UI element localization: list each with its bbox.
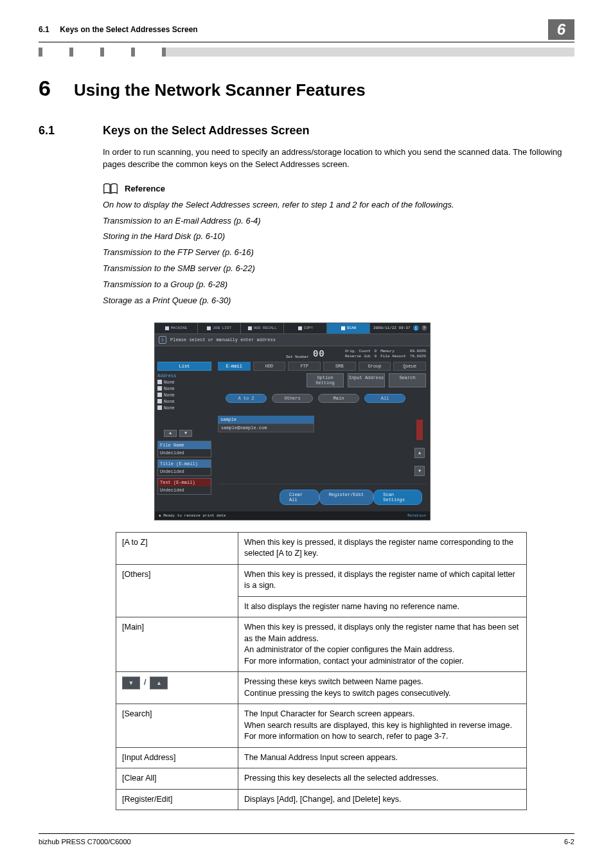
filter-others[interactable]: Others	[272, 394, 313, 403]
footer-left: bizhub PRESS C7000/C6000	[39, 838, 131, 846]
side-down-icon[interactable]: ▼	[179, 430, 192, 437]
help-icon[interactable]: ?	[422, 325, 427, 331]
header-section-num: 6.1	[39, 25, 49, 34]
prompt-bar: i Please select or manually enter addres…	[155, 333, 430, 346]
key-cell: [Register/Edit]	[116, 789, 238, 810]
prompt-text: Please select or manually enter address	[170, 337, 276, 342]
ui-screenshot: MACHINE JOB LIST HDD RECALL COPY SCAN 20…	[154, 323, 574, 520]
list-button[interactable]: List	[157, 362, 211, 371]
memory-label: Memory	[380, 349, 406, 354]
desc-cell: The Input Character for Search screen ap…	[238, 704, 527, 748]
tab-copy[interactable]: COPY	[284, 323, 327, 333]
tab-machine[interactable]: MACHINE	[155, 323, 198, 333]
key-cell: [Input Address]	[116, 747, 238, 768]
datetime-area: 2009/11/22 09:37 i ?	[370, 323, 430, 333]
status-bar: ▲ Ready to receive print data Rotation	[155, 511, 430, 520]
reserve-job-label: Reserve Job	[345, 354, 371, 359]
side-pager: ▲ ▼	[164, 430, 211, 437]
scroll-handle[interactable]	[416, 420, 423, 440]
header-section-title: Keys on the Select Addresses Screen	[60, 25, 197, 34]
reference-item: Transmission to the FTP Server (p. 6-16)	[103, 247, 574, 259]
page-footer: bizhub PRESS C7000/C6000 6-2	[39, 833, 574, 846]
bottom-row: Clear All Register/Edit Scan Settings	[218, 484, 426, 509]
desc-cell: When this key is pressed, it displays on…	[238, 617, 527, 672]
memory-value: 99.003%	[410, 349, 426, 354]
reference-item: Storing in the Hard Disk (p. 6-10)	[103, 231, 574, 243]
dest-tab-group[interactable]: Group	[359, 362, 391, 371]
key-cell: [Main]	[116, 617, 238, 672]
input-address-button[interactable]: Input Address	[348, 373, 385, 387]
clear-all-button[interactable]: Clear All	[280, 490, 319, 505]
info-icon[interactable]: i	[413, 325, 419, 331]
dest-tab-ftp[interactable]: FTP	[288, 362, 321, 371]
address-label: Address	[157, 373, 211, 378]
file-name-field[interactable]: File NameUndecided	[157, 441, 211, 457]
table-row: [Input Address]The Manual Address Input …	[116, 747, 527, 768]
decor-bar	[39, 48, 574, 57]
top-tabs: MACHINE JOB LIST HDD RECALL COPY SCAN 20…	[155, 323, 430, 333]
page-header: 6.1 Keys on the Select Addresses Screen …	[39, 19, 574, 42]
page-down-icon[interactable]: ▼	[122, 677, 140, 689]
reference-item: Storage as a Print Queue (p. 6-30)	[103, 295, 574, 307]
dest-tab-hdd[interactable]: HDD	[253, 362, 286, 371]
key-cell: [Search]	[116, 704, 238, 748]
scroll-down-icon[interactable]: ▼	[414, 466, 425, 476]
reference-heading: Reference	[125, 184, 165, 193]
chapter-number: 6	[39, 76, 51, 101]
desc-cell: Displays [Add], [Change], and [Delete] k…	[238, 789, 527, 810]
address-slot: None	[157, 399, 211, 404]
section-title: Keys on the Select Addresses Screen	[103, 124, 309, 137]
book-icon	[103, 182, 118, 195]
address-slot: None	[157, 380, 211, 385]
page-up-icon[interactable]: ▲	[150, 677, 168, 689]
intro-paragraph: In order to run scanning, you need to sp…	[103, 146, 574, 171]
reference-list: On how to display the Select Addresses s…	[103, 199, 574, 307]
reference-item: Transmission to the SMB server (p. 6-22)	[103, 263, 574, 275]
register-edit-button[interactable]: Register/Edit	[319, 490, 374, 505]
filter-all[interactable]: All	[364, 394, 405, 403]
dest-tab-smb[interactable]: SMB	[323, 362, 356, 371]
header-left: 6.1 Keys on the Select Addresses Screen	[39, 25, 198, 34]
reference-item: Transmission to a Group (p. 6-28)	[103, 279, 574, 291]
side-panel: List Address None None None None None ▲ …	[155, 362, 214, 511]
section-number: 6.1	[39, 124, 80, 137]
section-heading: 6.1 Keys on the Select Addresses Screen	[39, 124, 574, 137]
text-field[interactable]: Text (E-mail)Undecided	[157, 478, 211, 495]
key-cell: [Clear All]	[116, 768, 238, 790]
reference-block: Reference On how to display the Select A…	[103, 182, 574, 307]
address-slot: None	[157, 386, 211, 391]
desc-cell: When this key is pressed, it displays th…	[238, 532, 527, 564]
chapter-tab: 6	[548, 19, 574, 40]
tab-hddrecall[interactable]: HDD RECALL	[241, 323, 284, 333]
table-row: [Register/Edit]Displays [Add], [Change],…	[116, 789, 527, 810]
dest-tab-queue[interactable]: Queue	[393, 362, 426, 371]
table-row: [Main]When this key is pressed, it displ…	[116, 617, 527, 672]
keys-table: [A to Z]When this key is pressed, it dis…	[116, 532, 527, 811]
file-amount-value: 76.602%	[410, 354, 426, 359]
tab-joblist[interactable]: JOB LIST	[198, 323, 241, 333]
tab-scan[interactable]: SCAN	[327, 323, 370, 333]
address-slot: None	[157, 405, 211, 411]
address-entry[interactable]: sample sample@sample.com	[218, 416, 314, 432]
orig-count-label: Orig. Count	[345, 349, 371, 354]
status-left: ▲ Ready to receive print data	[159, 513, 226, 518]
address-slot: None	[157, 393, 211, 398]
filter-main[interactable]: Main	[318, 394, 359, 403]
slash: /	[144, 677, 146, 689]
chapter-title-row: 6 Using the Network Scanner Features	[39, 76, 574, 101]
dest-tab-email[interactable]: E-mail	[218, 362, 251, 371]
side-up-icon[interactable]: ▲	[164, 430, 177, 437]
table-row: [Clear All]Pressing this key deselects a…	[116, 768, 527, 790]
option-setting-button[interactable]: Option Setting	[306, 373, 344, 387]
set-number-label: Set Number	[286, 355, 309, 359]
desc-cell: Pressing this key deselects all the sele…	[238, 768, 527, 790]
reference-intro: On how to display the Select Addresses s…	[103, 199, 574, 211]
footer-right: 6-2	[564, 838, 574, 846]
search-button[interactable]: Search	[389, 373, 426, 387]
scroll-up-icon[interactable]: ▲	[414, 448, 425, 458]
title-field[interactable]: Title (E-mail)Undecided	[157, 459, 211, 476]
scan-settings-button[interactable]: Scan Settings	[373, 490, 422, 505]
filter-atoz[interactable]: A to Z	[226, 394, 267, 403]
status-right: Rotation	[407, 513, 426, 518]
key-cell: [Others]	[116, 564, 238, 617]
